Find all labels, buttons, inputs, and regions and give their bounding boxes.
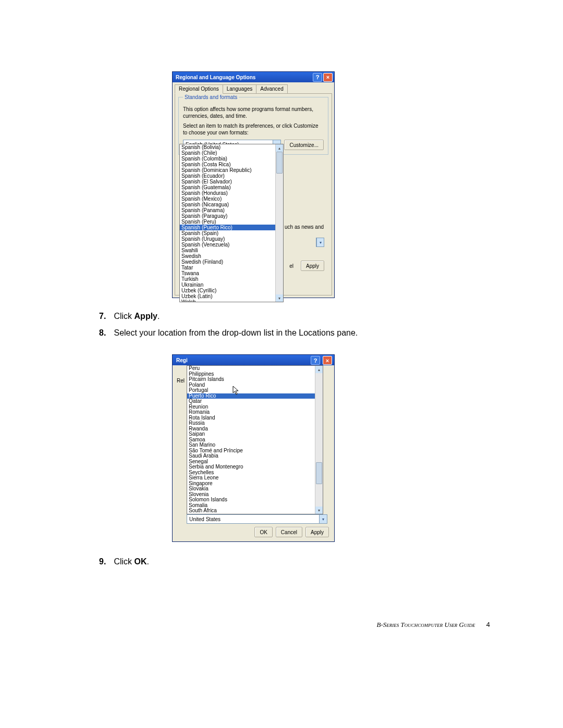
locations-dialog: Regi ? × Rel PeruPhilippinesPitcairn Isl…	[172, 354, 335, 542]
scrollbar[interactable]: ▴ ▾	[275, 144, 283, 302]
list-item[interactable]: South Georgia and the South Sandwich Isl…	[187, 514, 323, 515]
step-8: 8. Select your location from the drop-do…	[99, 326, 358, 340]
chevron-down-icon[interactable]: ▾	[316, 238, 324, 246]
step-7: 7. Click Apply.	[99, 310, 358, 323]
list-item[interactable]: Spanish (Ecuador)	[180, 173, 283, 179]
customize-button[interactable]: Customize...	[284, 140, 324, 150]
list-item[interactable]: Spanish (Guatemala)	[180, 184, 283, 190]
help-icon[interactable]: ?	[313, 73, 322, 82]
close-icon[interactable]: ×	[323, 356, 332, 365]
tab-panel: Standards and formats This option affect…	[175, 93, 332, 295]
list-item[interactable]: Spanish (Nicaragua)	[180, 202, 283, 207]
list-item[interactable]: Saudi Arabia	[187, 453, 323, 459]
list-item[interactable]: Russia	[187, 421, 323, 426]
list-item[interactable]: Qatar	[187, 399, 323, 404]
scroll-thumb[interactable]	[276, 152, 283, 174]
list-item[interactable]: Spanish (Honduras)	[180, 190, 283, 196]
tab-regional-options[interactable]: Regional Options	[175, 84, 223, 94]
partial-background-text: uch as news and	[285, 224, 326, 230]
list-item[interactable]: Solomon Islands	[187, 497, 323, 503]
list-item[interactable]: Spanish (Colombia)	[180, 156, 283, 162]
list-item[interactable]: Portugal	[187, 388, 323, 393]
regional-options-dialog: Regional and Language Options ? × Region…	[172, 71, 335, 298]
scroll-down-icon[interactable]: ▾	[315, 507, 323, 514]
list-item[interactable]: Spanish (Spain)	[180, 230, 283, 236]
list-item[interactable]: Spanish (Peru)	[180, 219, 283, 225]
page-number: 4	[486, 621, 490, 628]
list-item[interactable]: Tatar	[180, 265, 283, 270]
list-item[interactable]: Peru	[187, 366, 323, 372]
list-item[interactable]: Spanish (Bolivia)	[180, 144, 283, 150]
list-item[interactable]: Spanish (Costa Rica)	[180, 162, 283, 167]
list-item[interactable]: Spanish (Panama)	[180, 207, 283, 213]
list-item[interactable]: Saipan	[187, 431, 323, 437]
tab-advanced[interactable]: Advanced	[256, 84, 287, 93]
page-footer: B-Series Touchcomputer User Guide 4	[377, 621, 491, 629]
format-dropdown-list[interactable]: Spanish (Bolivia)Spanish (Chile)Spanish …	[179, 144, 284, 302]
list-item[interactable]: Romania	[187, 410, 323, 415]
help-icon[interactable]: ?	[311, 356, 320, 365]
location-combobox[interactable]: United States ▾	[187, 514, 327, 524]
list-item[interactable]: Rota Island	[187, 415, 323, 421]
list-item[interactable]: Serbia and Montenegro	[187, 464, 323, 470]
list-item[interactable]: Swedish (Finland)	[180, 259, 283, 265]
list-item[interactable]: Slovakia	[187, 486, 323, 492]
list-item[interactable]: Ukrainian	[180, 282, 283, 288]
list-item[interactable]: Pitcairn Islands	[187, 377, 323, 382]
dialog2-title-partial: Regi	[175, 355, 189, 365]
step-9: 9. Click OK.	[99, 557, 149, 566]
scrollbar[interactable]: ▴ ▾	[315, 366, 323, 514]
titlebar[interactable]: Regional and Language Options ? ×	[173, 72, 334, 82]
dialog-title: Regional and Language Options	[176, 75, 312, 80]
location-selected: United States	[189, 516, 221, 522]
list-item[interactable]: Spanish (Uruguay)	[180, 236, 283, 242]
ok-button[interactable]: OK	[254, 527, 272, 537]
list-item[interactable]: Spanish (Puerto Rico)	[180, 225, 283, 230]
list-item[interactable]: Spanish (Dominican Republic)	[180, 167, 283, 173]
list-item[interactable]: Turkish	[180, 276, 283, 282]
cancel-button[interactable]: Cancel	[276, 527, 302, 537]
fieldset-legend: Standards and formats	[183, 94, 239, 100]
location-dropdown-list[interactable]: PeruPhilippinesPitcairn IslandsPolandPor…	[187, 365, 323, 514]
scroll-down-icon[interactable]: ▾	[276, 294, 283, 302]
hint-text: This option affects how some programs fo…	[183, 106, 324, 119]
list-item[interactable]: Sierra Leone	[187, 475, 323, 481]
list-item[interactable]: Puerto Rico	[187, 393, 323, 399]
chevron-down-icon[interactable]: ▾	[319, 515, 327, 523]
list-item[interactable]: San Marino	[187, 442, 323, 448]
list-item[interactable]: Spanish (Venezuela)	[180, 242, 283, 248]
list-item[interactable]: Swedish	[180, 253, 283, 259]
list-item[interactable]: Spanish (Paraguay)	[180, 213, 283, 219]
list-item[interactable]: Spanish (Mexico)	[180, 196, 283, 202]
list-item[interactable]: Uzbek (Cyrillic)	[180, 288, 283, 293]
list-item[interactable]: Spanish (El Salvador)	[180, 179, 283, 184]
hint-text-2: Select an item to match its preferences,…	[183, 123, 324, 136]
instruction-steps: 7. Click Apply. 8. Select your location …	[99, 310, 358, 342]
list-item[interactable]: South Africa	[187, 508, 323, 514]
apply-button[interactable]: Apply	[301, 261, 324, 271]
list-item[interactable]: Swahili	[180, 248, 283, 253]
footer-text: B-Series Touchcomputer User Guide	[377, 621, 475, 628]
list-item[interactable]: Rwanda	[187, 426, 323, 432]
scroll-thumb[interactable]	[316, 462, 322, 484]
list-item[interactable]: Welsh	[180, 299, 283, 302]
scroll-up-icon[interactable]: ▴	[276, 144, 283, 152]
list-item[interactable]: Uzbek (Latin)	[180, 293, 283, 299]
apply-button[interactable]: Apply	[305, 527, 329, 537]
close-icon[interactable]: ×	[323, 73, 333, 82]
rel-label-partial: Rel	[177, 378, 185, 384]
scroll-up-icon[interactable]: ▴	[315, 366, 323, 373]
background-combobox[interactable]: ▾	[316, 238, 324, 247]
tab-languages[interactable]: Languages	[223, 84, 257, 93]
list-item[interactable]: Tswana	[180, 270, 283, 276]
cancel-partial: el	[289, 263, 293, 269]
list-item[interactable]: Spanish (Chile)	[180, 150, 283, 156]
